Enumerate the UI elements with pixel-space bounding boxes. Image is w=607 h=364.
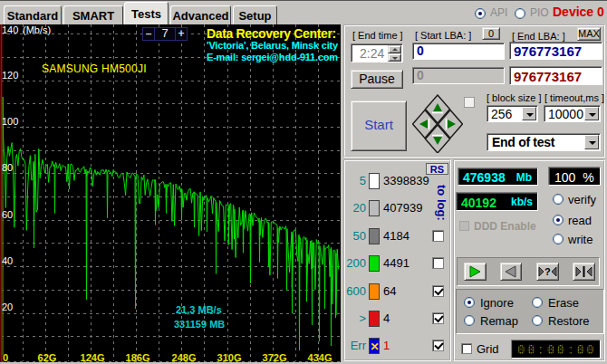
svg-text:?: ?	[544, 266, 551, 277]
